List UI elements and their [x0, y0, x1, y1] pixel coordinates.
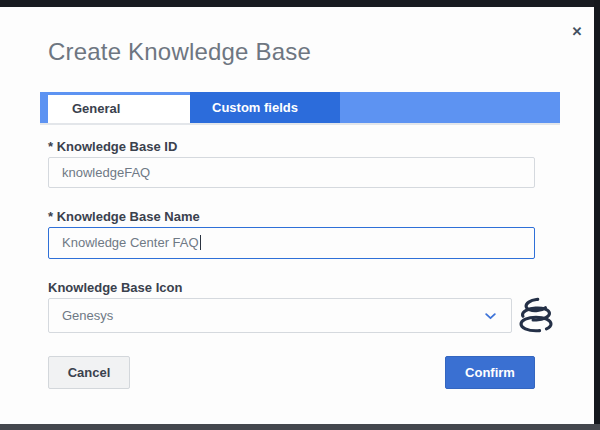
window-edge-top	[0, 0, 600, 7]
kb-id-input[interactable]	[48, 157, 535, 188]
tab-custom-fields-label: Custom fields	[212, 100, 298, 115]
text-caret	[200, 235, 202, 250]
kb-icon-select[interactable]: Genesys	[48, 298, 512, 333]
create-knowledge-base-dialog: ✕ Create Knowledge Base General Custom f…	[0, 7, 594, 424]
dialog-title: Create Knowledge Base	[48, 38, 311, 66]
window-edge-right	[594, 0, 600, 430]
tab-strip: General Custom fields	[40, 92, 560, 123]
close-icon[interactable]: ✕	[566, 21, 588, 43]
kb-icon-label: Knowledge Base Icon	[48, 280, 182, 295]
kb-name-label: * Knowledge Base Name	[48, 209, 200, 224]
tab-custom-fields[interactable]: Custom fields	[190, 92, 340, 123]
kb-name-input[interactable]: Knowledge Center FAQ	[48, 227, 535, 259]
tab-general[interactable]: General	[48, 95, 190, 123]
tab-general-label: General	[72, 101, 120, 116]
window-edge-bottom	[0, 424, 600, 430]
kb-icon-selected-value: Genesys	[62, 308, 113, 323]
cancel-button[interactable]: Cancel	[48, 356, 130, 389]
kb-name-value: Knowledge Center FAQ	[62, 235, 199, 250]
tab-strip-divider	[40, 123, 560, 125]
screen: ✕ Create Knowledge Base General Custom f…	[0, 0, 600, 430]
kb-id-label: * Knowledge Base ID	[48, 139, 177, 154]
confirm-button[interactable]: Confirm	[445, 356, 535, 389]
genesys-spiral-icon	[518, 296, 554, 338]
chevron-down-icon	[485, 313, 496, 320]
